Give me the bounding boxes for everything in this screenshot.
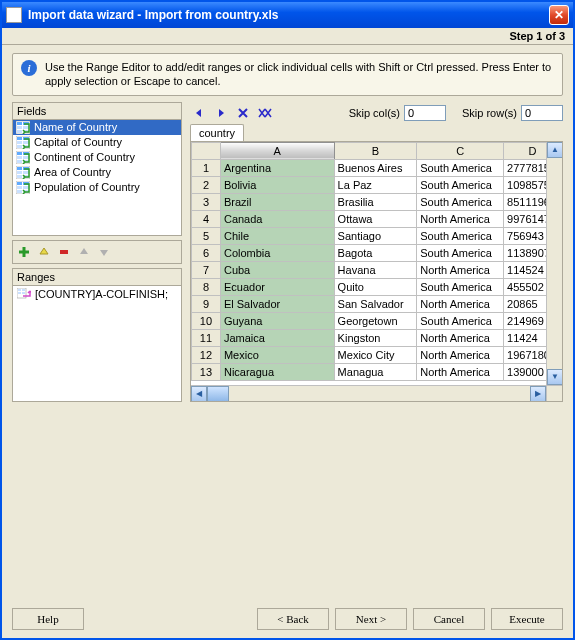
cell[interactable]: Santiago [334, 227, 417, 244]
data-grid[interactable]: ABCD1ArgentinaBuenos AiresSouth America2… [191, 142, 562, 381]
table-row[interactable]: 3BrazilBrasiliaSouth America8511196 [192, 193, 562, 210]
cell[interactable]: Ecuador [220, 278, 334, 295]
fields-list[interactable]: Name of CountryCapital of CountryContine… [13, 120, 181, 195]
cell[interactable]: Quito [334, 278, 417, 295]
back-button[interactable]: < Back [257, 608, 329, 630]
cell[interactable]: Havana [334, 261, 417, 278]
next-col-button[interactable] [212, 104, 230, 122]
table-row[interactable]: 10GuyanaGeorgetownSouth America214969 [192, 312, 562, 329]
row-header[interactable]: 12 [192, 346, 221, 363]
row-header[interactable]: 2 [192, 176, 221, 193]
column-header[interactable] [192, 142, 221, 159]
skip-col-input[interactable] [404, 105, 446, 121]
cell[interactable]: San Salvador [334, 295, 417, 312]
cell[interactable]: South America [417, 159, 504, 176]
table-row[interactable]: 8EcuadorQuitoSouth America455502 [192, 278, 562, 295]
cell[interactable]: Argentina [220, 159, 334, 176]
row-header[interactable]: 10 [192, 312, 221, 329]
cell[interactable]: Mexico City [334, 346, 417, 363]
grid-scroll[interactable]: ABCD1ArgentinaBuenos AiresSouth America2… [191, 142, 562, 385]
cell[interactable]: South America [417, 193, 504, 210]
edit-range-button[interactable] [35, 243, 53, 261]
cell[interactable]: South America [417, 278, 504, 295]
row-header[interactable]: 13 [192, 363, 221, 380]
cell[interactable]: Colombia [220, 244, 334, 261]
prev-col-button[interactable] [190, 104, 208, 122]
add-range-button[interactable] [15, 243, 33, 261]
column-header[interactable]: B [334, 142, 417, 159]
table-row[interactable]: 1ArgentinaBuenos AiresSouth America27778… [192, 159, 562, 176]
close-button[interactable]: ✕ [549, 5, 569, 25]
row-header[interactable]: 9 [192, 295, 221, 312]
execute-button[interactable]: Execute [491, 608, 563, 630]
cell[interactable]: Mexico [220, 346, 334, 363]
field-item[interactable]: Continent of Country [13, 150, 181, 165]
row-header[interactable]: 3 [192, 193, 221, 210]
row-header[interactable]: 4 [192, 210, 221, 227]
cell[interactable]: Bolivia [220, 176, 334, 193]
next-button[interactable]: Next > [335, 608, 407, 630]
cell[interactable]: Cuba [220, 261, 334, 278]
scroll-left-icon[interactable]: ◀ [191, 386, 207, 402]
cell[interactable]: Ottawa [334, 210, 417, 227]
field-item[interactable]: Population of Country [13, 180, 181, 195]
hscroll-thumb[interactable] [207, 386, 229, 402]
cell[interactable]: Buenos Aires [334, 159, 417, 176]
scroll-right-icon[interactable]: ▶ [530, 386, 546, 402]
move-down-button[interactable] [95, 243, 113, 261]
column-header[interactable]: A [220, 142, 334, 159]
cell[interactable]: North America [417, 295, 504, 312]
cell[interactable]: Jamaica [220, 329, 334, 346]
table-row[interactable]: 7CubaHavanaNorth America114524 [192, 261, 562, 278]
row-header[interactable]: 8 [192, 278, 221, 295]
clear-all-button[interactable] [256, 104, 274, 122]
cell[interactable]: South America [417, 312, 504, 329]
cell[interactable]: Nicaragua [220, 363, 334, 380]
cell[interactable]: Kingston [334, 329, 417, 346]
cell[interactable]: South America [417, 227, 504, 244]
table-row[interactable]: 11JamaicaKingstonNorth America11424 [192, 329, 562, 346]
field-item[interactable]: Area of Country [13, 165, 181, 180]
cell[interactable]: North America [417, 261, 504, 278]
cell[interactable]: North America [417, 346, 504, 363]
cell[interactable]: North America [417, 210, 504, 227]
cell[interactable]: Chile [220, 227, 334, 244]
row-header[interactable]: 7 [192, 261, 221, 278]
cell[interactable]: Brasilia [334, 193, 417, 210]
cell[interactable]: South America [417, 176, 504, 193]
cell[interactable]: South America [417, 244, 504, 261]
table-row[interactable]: 9El SalvadorSan SalvadorNorth America208… [192, 295, 562, 312]
cancel-button[interactable]: Cancel [413, 608, 485, 630]
ranges-list[interactable]: [COUNTRY]A-COLFINISH; [13, 286, 181, 303]
row-header[interactable]: 1 [192, 159, 221, 176]
column-header[interactable]: C [417, 142, 504, 159]
table-row[interactable]: 12MexicoMexico CityNorth America1967180 [192, 346, 562, 363]
row-header[interactable]: 6 [192, 244, 221, 261]
scroll-down-icon[interactable]: ▼ [547, 369, 562, 385]
table-row[interactable]: 4CanadaOttawaNorth America9976147 [192, 210, 562, 227]
move-up-button[interactable] [75, 243, 93, 261]
scroll-up-icon[interactable]: ▲ [547, 142, 562, 158]
field-item[interactable]: Capital of Country [13, 135, 181, 150]
help-button[interactable]: Help [12, 608, 84, 630]
range-item[interactable]: [COUNTRY]A-COLFINISH; [14, 287, 180, 302]
cell[interactable]: La Paz [334, 176, 417, 193]
delete-range-button[interactable] [55, 243, 73, 261]
skip-row-input[interactable] [521, 105, 563, 121]
field-item[interactable]: Name of Country [13, 120, 181, 135]
table-row[interactable]: 5ChileSantiagoSouth America756943 [192, 227, 562, 244]
table-row[interactable]: 2BoliviaLa PazSouth America1098575 [192, 176, 562, 193]
cell[interactable]: North America [417, 329, 504, 346]
table-row[interactable]: 6ColombiaBagotaSouth America1138907 [192, 244, 562, 261]
cell[interactable]: Brazil [220, 193, 334, 210]
cell[interactable]: Canada [220, 210, 334, 227]
vertical-scrollbar[interactable]: ▲ ▼ [546, 142, 562, 385]
row-header[interactable]: 11 [192, 329, 221, 346]
table-row[interactable]: 13NicaraguaManaguaNorth America139000 [192, 363, 562, 380]
row-header[interactable]: 5 [192, 227, 221, 244]
horizontal-scrollbar[interactable]: ◀ ▶ [191, 385, 562, 401]
cell[interactable]: Guyana [220, 312, 334, 329]
cell[interactable]: Georgetown [334, 312, 417, 329]
cell[interactable]: El Salvador [220, 295, 334, 312]
cell[interactable]: Bagota [334, 244, 417, 261]
